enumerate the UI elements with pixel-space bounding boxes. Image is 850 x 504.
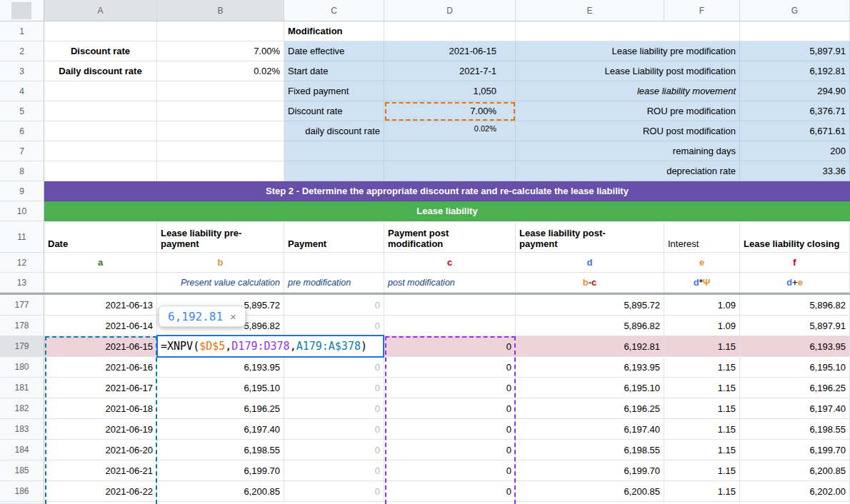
row-header[interactable]: 13 [0,273,44,293]
cell-interest[interactable]: 1.15 [664,398,740,419]
cell[interactable] [44,101,157,121]
cell-payment-post[interactable]: 0 [384,419,516,440]
cell-payment-post[interactable]: 0 [384,336,516,357]
cell-interest[interactable]: 1.15 [664,357,740,378]
cell-date[interactable]: 2021-06-17 [44,378,157,398]
subheader-b-minus-c[interactable]: b - c [516,273,664,293]
column-header-a[interactable]: A [44,0,157,21]
cell[interactable] [284,161,384,181]
cell-date-effective-label[interactable]: Date effective [284,41,384,61]
cell-post-mod-label[interactable]: Lease Liability post modification [516,61,740,81]
cell[interactable] [44,81,157,101]
cell[interactable] [157,121,284,141]
header-payment[interactable]: Payment [284,221,384,253]
header-pre-payment[interactable]: Lease liability pre-payment [157,221,284,253]
cell-fixed-payment-label[interactable]: Fixed payment [284,81,384,101]
letter-d[interactable]: d [516,253,664,273]
cell-post-payment[interactable]: 6,199.70 [516,460,664,481]
row-header[interactable]: 184 [0,440,44,460]
cell-payment-post[interactable]: 0 [384,481,516,502]
cell-fixed-payment-value[interactable]: 1,050 [384,81,516,101]
cell[interactable] [44,141,157,161]
cell-post-payment[interactable]: 5,896.82 [516,316,664,336]
cell-interest[interactable]: 1.15 [664,440,740,460]
cell-pre-mod-label[interactable]: Lease liability pre modification [516,41,740,61]
header-date[interactable]: Date [44,221,157,253]
cell[interactable] [44,121,157,141]
cell[interactable] [284,141,384,161]
cell-pre-payment[interactable]: 6,200.85 [157,481,284,502]
cell-closing[interactable]: 6,196.25 [740,378,850,398]
cell-payment-post[interactable]: 0 [384,440,516,460]
cell-date[interactable]: 2021-06-22 [44,481,157,502]
cell-post-payment[interactable]: 6,198.55 [516,440,664,460]
cell[interactable] [44,161,157,181]
row-header[interactable]: 10 [0,201,44,221]
cell-interest[interactable]: 1.15 [664,481,740,502]
subheader-pre-modification[interactable]: pre modification [284,273,384,293]
cell-date-effective-value[interactable]: 2021-06-15 [384,41,516,61]
cell-payment-post[interactable]: 0 [384,460,516,481]
close-icon[interactable]: × [230,311,236,323]
cell-date[interactable]: 2021-06-20 [44,440,157,460]
cell-start-date-label[interactable]: Start date [284,61,384,81]
header-post-payment[interactable]: Lease liability post-payment [516,221,664,253]
cell[interactable] [740,21,850,41]
cell-post-payment[interactable]: 6,193.95 [516,357,664,378]
subheader-present-value[interactable]: Present value calculation [157,273,284,293]
row-header[interactable]: 177 [0,295,44,316]
step2-banner[interactable]: Step 2 - Determine the appropriate disco… [44,181,850,201]
cell-closing[interactable]: 6,199.70 [740,440,850,460]
cell-payment[interactable]: 0 [284,398,384,419]
cell-post-payment[interactable]: 6,195.10 [516,378,664,398]
letter-a[interactable]: a [44,253,157,273]
cell-daily-discount-rate-value[interactable]: 0.02% [157,61,284,81]
cell-movement-value[interactable]: 294.90 [740,81,850,101]
row-header[interactable]: 6 [0,121,44,141]
row-header[interactable]: 8 [0,161,44,181]
letter-e[interactable]: e [664,253,740,273]
cell-interest[interactable]: 1.09 [664,295,740,316]
header-payment-post[interactable]: Payment post modification [384,221,516,253]
letter-b[interactable]: b [157,253,284,273]
cell-payment[interactable]: 0 [284,460,384,481]
cell-remaining-days-label[interactable]: remaining days [516,141,740,161]
cell-discount-rate-label[interactable]: Discount rate [44,41,157,61]
row-header[interactable]: 178 [0,316,44,336]
cell-date[interactable]: 2021-06-18 [44,398,157,419]
column-header-g[interactable]: G [740,0,850,21]
cell-payment[interactable]: 0 [284,316,384,336]
row-header[interactable]: 11 [0,221,44,253]
cell[interactable] [384,161,516,181]
cell[interactable] [384,21,516,41]
cell-payment-post[interactable] [384,316,516,336]
cell[interactable] [44,21,157,41]
cell-payment[interactable]: 0 [284,419,384,440]
formula-editor[interactable]: =XNPV($D$5,D179:D378,A179:A$378) [156,335,384,358]
cell[interactable] [384,141,516,161]
cell-pre-payment[interactable]: 6,198.55 [157,440,284,460]
row-header[interactable]: 180 [0,357,44,378]
cell-date[interactable]: 2021-06-15 [44,336,157,357]
cell-date[interactable]: 2021-06-14 [44,316,157,336]
cell-payment[interactable]: 0 [284,378,384,398]
cell-closing[interactable]: 6,198.55 [740,419,850,440]
cell-payment-post[interactable]: 0 [384,357,516,378]
cell-mod-discount-rate-label[interactable]: Discount rate [284,101,384,121]
cell-payment-post[interactable] [384,295,516,316]
letter-c[interactable]: c [384,253,516,273]
cell[interactable] [157,81,284,101]
cell-post-payment[interactable]: 6,200.85 [516,481,664,502]
cell-depreciation-rate-label[interactable]: depreciation rate [516,161,740,181]
cell-post-payment[interactable]: 6,197.40 [516,419,664,440]
cell-pre-payment[interactable]: 6,193.95 [157,357,284,378]
row-header[interactable]: 7 [0,141,44,161]
cell-movement-label[interactable]: lease liability movement [516,81,740,101]
cell-closing[interactable]: 5,896.82 [740,295,850,316]
column-header-e[interactable]: E [516,0,664,21]
cell-interest[interactable]: 1.15 [664,460,740,481]
subheader-d-times-psi[interactable]: d * Ψ [664,273,740,293]
row-header[interactable]: 183 [0,419,44,440]
cell[interactable] [157,101,284,121]
column-header-d[interactable]: D [384,0,516,21]
